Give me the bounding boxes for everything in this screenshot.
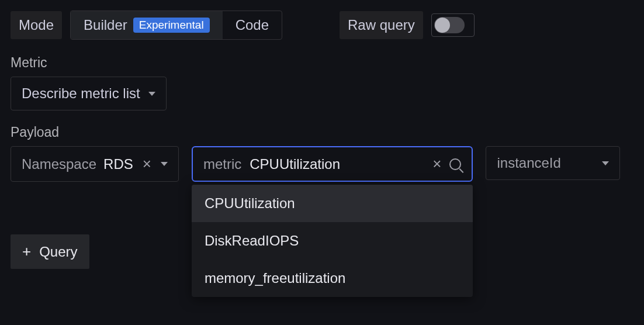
payload-section-label: Payload xyxy=(11,125,633,140)
metric-section-label: Metric xyxy=(11,55,633,71)
toggle-track xyxy=(434,17,465,33)
plus-icon: + xyxy=(22,243,31,261)
namespace-value: RDS xyxy=(103,156,133,172)
raw-query-label: Raw query xyxy=(340,11,423,39)
experimental-badge: Experimental xyxy=(133,18,210,33)
metric-combo[interactable]: metric × xyxy=(192,146,473,182)
metric-dropdown: CPUUtilization DiskReadIOPS memory_freeu… xyxy=(192,185,473,297)
chevron-down-icon xyxy=(602,161,609,165)
chevron-down-icon xyxy=(148,92,155,96)
instanceid-key: instanceId xyxy=(497,155,560,171)
dropdown-item[interactable]: DiskReadIOPS xyxy=(192,222,473,260)
metric-combo-key: metric xyxy=(203,156,241,172)
tab-builder[interactable]: Builder Experimental xyxy=(71,11,223,39)
add-query-label: Query xyxy=(39,244,77,260)
namespace-key: Namespace xyxy=(22,156,96,172)
dropdown-item[interactable]: CPUUtilization xyxy=(192,185,473,222)
tab-builder-label: Builder xyxy=(84,17,127,33)
search-icon xyxy=(449,158,461,170)
toggle-knob xyxy=(435,18,450,33)
namespace-clear-icon[interactable]: × xyxy=(140,155,154,173)
mode-tabs: Builder Experimental Code xyxy=(70,11,282,40)
dropdown-item[interactable]: memory_freeutilization xyxy=(192,260,473,297)
instanceid-pill[interactable]: instanceId xyxy=(486,146,620,180)
metric-select[interactable]: Describe metric list xyxy=(11,77,167,110)
metric-select-value: Describe metric list xyxy=(22,85,140,102)
chevron-down-icon xyxy=(161,162,168,166)
raw-query-toggle[interactable] xyxy=(431,13,475,37)
mode-label: Mode xyxy=(11,11,62,39)
namespace-pill[interactable]: Namespace RDS × xyxy=(11,146,179,182)
metric-clear-icon[interactable]: × xyxy=(430,155,444,173)
add-query-button[interactable]: + Query xyxy=(11,234,89,269)
metric-combo-input[interactable] xyxy=(250,156,424,172)
tab-code[interactable]: Code xyxy=(223,11,282,39)
